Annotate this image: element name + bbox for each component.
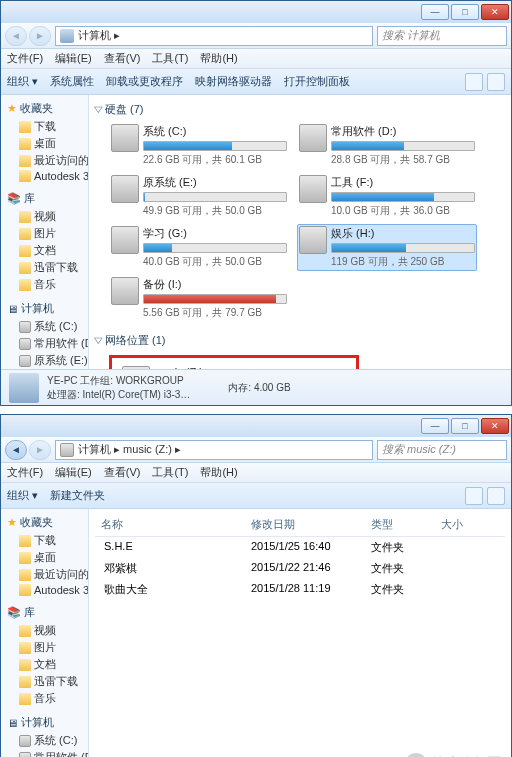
- titlebar[interactable]: — □ ✕: [1, 1, 511, 23]
- address-bar[interactable]: 计算机 ▸: [55, 26, 373, 46]
- sidebar-item-autodesk[interactable]: Autodesk 360: [1, 169, 88, 183]
- close-button[interactable]: ✕: [481, 418, 509, 434]
- maximize-button[interactable]: □: [451, 4, 479, 20]
- help-icon[interactable]: [487, 73, 505, 91]
- close-button[interactable]: ✕: [481, 4, 509, 20]
- toolbar-organize[interactable]: 组织 ▾: [7, 74, 38, 89]
- computer-icon: [9, 373, 39, 403]
- drive-item[interactable]: 原系统 (E:) 49.9 GB 可用，共 50.0 GB: [109, 173, 289, 220]
- view-options-icon[interactable]: [465, 487, 483, 505]
- sidebar-item-downloads[interactable]: 下载: [1, 532, 88, 549]
- help-icon[interactable]: [487, 487, 505, 505]
- maximize-button[interactable]: □: [451, 418, 479, 434]
- forward-button[interactable]: ►: [29, 440, 51, 460]
- drive-item[interactable]: 工具 (F:) 10.0 GB 可用，共 36.0 GB: [297, 173, 477, 220]
- sidebar-item-d[interactable]: 常用软件 (D:): [1, 335, 88, 352]
- sidebar-favorites[interactable]: ★收藏夹: [1, 99, 88, 118]
- drive-item[interactable]: 娱乐 (H:) 119 GB 可用，共 250 GB: [297, 224, 477, 271]
- sidebar-item-music[interactable]: 音乐: [1, 276, 88, 293]
- search-box[interactable]: 搜索 计算机: [377, 26, 507, 46]
- drive-free: 119 GB 可用，共 250 GB: [331, 255, 475, 269]
- toolbar-sysprops[interactable]: 系统属性: [50, 74, 94, 89]
- drive-free: 22.6 GB 可用，共 60.1 GB: [143, 153, 287, 167]
- sidebar-item-documents[interactable]: 文档: [1, 656, 88, 673]
- statusbar: YE-PC 工作组: WORKGROUP 处理器: Intel(R) Core(…: [1, 369, 511, 405]
- sidebar-item-video[interactable]: 视频: [1, 622, 88, 639]
- drive-name: 学习 (G:): [143, 226, 287, 241]
- sidebar-item-e[interactable]: 原系统 (E:): [1, 352, 88, 369]
- col-name[interactable]: 名称: [95, 515, 245, 534]
- search-box[interactable]: 搜索 music (Z:): [377, 440, 507, 460]
- menu-view[interactable]: 查看(V): [104, 51, 141, 66]
- sidebar-item-d[interactable]: 常用软件 (D:): [1, 749, 88, 757]
- sidebar-item-desktop[interactable]: 桌面: [1, 549, 88, 566]
- column-headers[interactable]: 名称 修改日期 类型 大小: [95, 513, 505, 537]
- sidebar-item-video[interactable]: 视频: [1, 208, 88, 225]
- drive-item[interactable]: 学习 (G:) 40.0 GB 可用，共 50.0 GB: [109, 224, 289, 271]
- menu-edit[interactable]: 编辑(E): [55, 465, 92, 480]
- drive-icon: [111, 226, 139, 254]
- status-memory: 内存: 4.00 GB: [228, 381, 290, 395]
- sidebar-libraries[interactable]: 📚 库: [1, 189, 88, 208]
- sidebar-item-xunlei[interactable]: 迅雷下载: [1, 673, 88, 690]
- file-row[interactable]: 邓紫棋 2015/1/22 21:46文件夹: [95, 558, 505, 579]
- col-type[interactable]: 类型: [365, 515, 435, 534]
- menu-edit[interactable]: 编辑(E): [55, 51, 92, 66]
- sidebar-item-documents[interactable]: 文档: [1, 242, 88, 259]
- sidebar-computer[interactable]: 🖥 计算机: [1, 299, 88, 318]
- watermark-icon: 值: [405, 753, 427, 757]
- col-date[interactable]: 修改日期: [245, 515, 365, 534]
- drive-item[interactable]: 系统 (C:) 22.6 GB 可用，共 60.1 GB: [109, 122, 289, 169]
- sidebar-item-recent[interactable]: 最近访问的位置: [1, 566, 88, 583]
- sidebar-item-pictures[interactable]: 图片: [1, 225, 88, 242]
- toolbar-organize[interactable]: 组织 ▾: [7, 488, 38, 503]
- minimize-button[interactable]: —: [421, 4, 449, 20]
- menu-view[interactable]: 查看(V): [104, 465, 141, 480]
- sidebar-item-music[interactable]: 音乐: [1, 690, 88, 707]
- toolbar-controlpanel[interactable]: 打开控制面板: [284, 74, 350, 89]
- menu-help[interactable]: 帮助(H): [200, 51, 237, 66]
- back-button[interactable]: ◄: [5, 440, 27, 460]
- sidebar-item-c[interactable]: 系统 (C:): [1, 732, 88, 749]
- drive-name: music (Z:): [154, 366, 298, 369]
- sidebar-item-xunlei[interactable]: 迅雷下载: [1, 259, 88, 276]
- sidebar-item-autodesk[interactable]: Autodesk 360: [1, 583, 88, 597]
- section-network[interactable]: 网络位置 (1): [95, 330, 505, 351]
- drive-item[interactable]: 常用软件 (D:) 28.8 GB 可用，共 58.7 GB: [297, 122, 477, 169]
- sidebar-item-c[interactable]: 系统 (C:): [1, 318, 88, 335]
- menu-tools[interactable]: 工具(T): [152, 465, 188, 480]
- file-row[interactable]: S.H.E 2015/1/25 16:40文件夹: [95, 537, 505, 558]
- drive-icon: [60, 443, 74, 457]
- toolbar-newfolder[interactable]: 新建文件夹: [50, 488, 105, 503]
- section-harddisks[interactable]: 硬盘 (7): [95, 99, 505, 120]
- drive-free: 28.8 GB 可用，共 58.7 GB: [331, 153, 475, 167]
- view-options-icon[interactable]: [465, 73, 483, 91]
- menu-tools[interactable]: 工具(T): [152, 51, 188, 66]
- titlebar[interactable]: — □ ✕: [1, 415, 511, 437]
- watermark: 值 什么值得买: [405, 753, 501, 757]
- sidebar-item-desktop[interactable]: 桌面: [1, 135, 88, 152]
- sidebar-computer[interactable]: 🖥 计算机: [1, 713, 88, 732]
- back-button[interactable]: ◄: [5, 26, 27, 46]
- drive-item[interactable]: 备份 (I:) 5.56 GB 可用，共 79.7 GB: [109, 275, 289, 322]
- menu-file[interactable]: 文件(F): [7, 51, 43, 66]
- address-bar[interactable]: 计算机 ▸ music (Z:) ▸: [55, 440, 373, 460]
- drive-z-music[interactable]: music (Z:) 3.45 TB 可用，共 3.57 TB: [120, 364, 300, 369]
- drive-name: 备份 (I:): [143, 277, 287, 292]
- drive-icon: [111, 277, 139, 305]
- drive-name: 常用软件 (D:): [331, 124, 475, 139]
- menu-file[interactable]: 文件(F): [7, 465, 43, 480]
- minimize-button[interactable]: —: [421, 418, 449, 434]
- drive-free: 5.56 GB 可用，共 79.7 GB: [143, 306, 287, 320]
- sidebar-libraries[interactable]: 📚 库: [1, 603, 88, 622]
- sidebar-favorites[interactable]: ★收藏夹: [1, 513, 88, 532]
- toolbar-mapdrive[interactable]: 映射网络驱动器: [195, 74, 272, 89]
- col-size[interactable]: 大小: [435, 515, 495, 534]
- toolbar-uninstall[interactable]: 卸载或更改程序: [106, 74, 183, 89]
- forward-button[interactable]: ►: [29, 26, 51, 46]
- sidebar-item-recent[interactable]: 最近访问的位置: [1, 152, 88, 169]
- sidebar-item-pictures[interactable]: 图片: [1, 639, 88, 656]
- menu-help[interactable]: 帮助(H): [200, 465, 237, 480]
- sidebar-item-downloads[interactable]: 下载: [1, 118, 88, 135]
- file-row[interactable]: 歌曲大全 2015/1/28 11:19文件夹: [95, 579, 505, 600]
